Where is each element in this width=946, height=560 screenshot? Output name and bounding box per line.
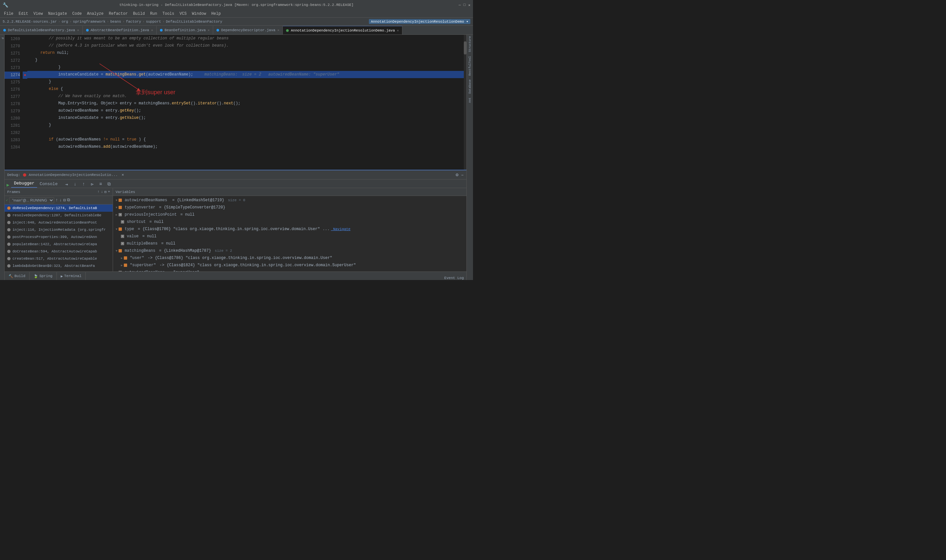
frames-label: Frames xyxy=(7,190,20,194)
menu-code[interactable]: Code xyxy=(69,11,85,17)
frames-add-btn[interactable]: + xyxy=(108,190,110,194)
var-type[interactable]: type = {Class@1786} "class org.xiaoge.th… xyxy=(113,226,467,233)
sidebar-right-ant[interactable]: Ant xyxy=(467,96,473,104)
var-multipleBeans[interactable]: = multipleBeans = null xyxy=(113,240,467,247)
menu-tools[interactable]: Tools xyxy=(160,11,177,17)
breadcrumb-dropdown[interactable]: AnnotationDependencyInjectionResolutionD… xyxy=(369,19,470,24)
tab-close[interactable]: ✕ xyxy=(151,28,153,32)
run-to-cursor-btn[interactable]: ⊳ xyxy=(88,180,96,188)
variables-header: Variables xyxy=(113,188,467,196)
breadcrumb-part[interactable]: support xyxy=(146,20,161,24)
expand-icon[interactable] xyxy=(121,256,123,260)
expand-icon[interactable] xyxy=(116,212,117,217)
tab-abstract-bean[interactable]: AbstractBeanDefinition.java ✕ xyxy=(83,26,157,34)
frames-filter-btn[interactable]: ⊟ xyxy=(105,190,107,194)
tab-close[interactable]: ✕ xyxy=(208,28,210,32)
step-out-btn[interactable]: ↑ xyxy=(80,180,87,188)
expand-icon[interactable] xyxy=(116,205,117,210)
thread-selector[interactable]: "main"@... RUNNING xyxy=(9,197,54,203)
step-over-btn[interactable]: ⇥ xyxy=(63,180,70,188)
frame-item-7[interactable]: createBean:517, AbstractAutowireCapable xyxy=(5,255,112,262)
menu-view[interactable]: View xyxy=(31,11,46,17)
breadcrumb-part[interactable]: factory xyxy=(126,20,141,24)
frames-filter2[interactable]: ⊟ xyxy=(63,198,66,203)
bottom-tab-build[interactable]: 🔨 Build xyxy=(5,272,29,280)
menu-run[interactable]: Run xyxy=(148,11,160,17)
frame-icon xyxy=(7,228,11,231)
menu-build[interactable]: Build xyxy=(130,11,148,17)
menu-help[interactable]: Help xyxy=(209,11,223,17)
expand-icon[interactable] xyxy=(121,263,123,268)
scrollbar-thumb[interactable] xyxy=(464,42,467,54)
event-log[interactable]: Event Log xyxy=(442,276,467,280)
var-superUser-entry[interactable]: "superUser" -> {Class@1824} "class org.x… xyxy=(113,262,467,269)
frame-item-0[interactable]: doResolveDependency:1274, DefaultListaB xyxy=(5,205,112,212)
bottom-tab-terminal[interactable]: ▶ Terminal xyxy=(57,272,86,280)
tab-bean-definition[interactable]: BeanDefinition.java ✕ xyxy=(157,26,213,34)
frames-btn[interactable]: ⧉ xyxy=(105,180,112,188)
frame-item-3[interactable]: inject:116, InjectionMetadata {org.sprin… xyxy=(5,226,112,233)
frames-down-btn[interactable]: ↓ xyxy=(101,190,103,194)
frame-icon xyxy=(7,257,11,260)
frame-item-6[interactable]: doCreateBean:594, AbstractAutowireCapab xyxy=(5,248,112,255)
console-tab[interactable]: Console xyxy=(37,180,60,188)
expand-icon[interactable] xyxy=(116,227,117,231)
debug-go-button[interactable]: ▶ xyxy=(5,182,11,188)
var-matchingBeans[interactable]: matchingBeans = {LinkedHashMap@1787} siz… xyxy=(113,247,467,254)
menu-analyze[interactable]: Analyze xyxy=(85,11,106,17)
close-button[interactable]: ✕ xyxy=(468,3,470,7)
menu-edit[interactable]: Edit xyxy=(16,11,31,17)
var-autowiredBeanNames[interactable]: autowiredBeanNames = {LinkedHashSet@1719… xyxy=(113,197,467,204)
var-autowiredBeanName[interactable]: = autowiredBeanName = "superUser" xyxy=(113,269,467,271)
breadcrumb-part[interactable]: beans xyxy=(110,20,121,24)
breadcrumb-part[interactable]: org xyxy=(62,20,68,24)
var-previousInjectionPoint[interactable]: = previousInjectionPoint = null xyxy=(113,211,467,218)
frame-item-2[interactable]: inject:640, AutowiredAnnotationBeanPost xyxy=(5,219,112,226)
breadcrumb-part[interactable]: springframework xyxy=(73,20,105,24)
navigate-link[interactable]: Navigate xyxy=(331,227,350,231)
menu-refactor[interactable]: Refactor xyxy=(106,11,130,17)
tab-close[interactable]: ✕ xyxy=(277,28,279,32)
var-value[interactable]: = value = null xyxy=(113,233,467,240)
debug-tab-name[interactable]: AnnotationDependencyInjectionResolutio..… xyxy=(29,173,118,177)
evaluate-btn[interactable]: ≡ xyxy=(97,180,104,188)
frames-copy[interactable]: ⧉ xyxy=(67,198,70,203)
debug-settings-icon[interactable]: ⚙ xyxy=(456,172,458,178)
frame-item-4[interactable]: postProcessProperties:399, AutowiredAnn xyxy=(5,233,112,241)
step-into-btn[interactable]: ↓ xyxy=(71,180,79,188)
max-button[interactable]: □ xyxy=(464,3,466,7)
breadcrumb-part[interactable]: DefaultListableBeanFactory xyxy=(166,20,222,24)
tab-dot xyxy=(3,29,6,32)
var-shortcut[interactable]: = shortcut = null xyxy=(113,218,467,226)
bottom-tab-spring[interactable]: 🍃 Spring xyxy=(29,272,57,280)
debug-close-icon[interactable]: ✕ xyxy=(120,172,125,177)
tab-default-listable[interactable]: DefaultListableBeanFactory.java ✕ xyxy=(0,26,83,34)
var-typeConverter[interactable]: typeConverter = {SimpleTypeConverter@172… xyxy=(113,204,467,211)
var-user-entry[interactable]: "user" -> {Class@1786} "class org.xiaoge… xyxy=(113,254,467,262)
expand-icon[interactable] xyxy=(116,248,117,253)
frame-item-8[interactable]: lambda$doGetBean$0:323, AbstractBeanFa xyxy=(5,262,112,269)
debug-minimize-icon[interactable]: – xyxy=(461,172,464,178)
frames-nav-up[interactable]: ↑ xyxy=(55,198,58,203)
sidebar-right-restfultool[interactable]: RestfulTool xyxy=(467,55,473,77)
sidebar-right-structure[interactable]: Structure xyxy=(467,35,473,54)
frame-item-5[interactable]: populateBean:1422, AbstractAutowireCapa xyxy=(5,241,112,248)
menu-file[interactable]: File xyxy=(1,11,16,17)
tab-close[interactable]: ✕ xyxy=(77,28,79,32)
menu-vcs[interactable]: VCS xyxy=(177,11,190,17)
tab-dependency-descriptor[interactable]: DependencyDescriptor.java ✕ xyxy=(213,26,283,34)
breadcrumb-part[interactable]: 5.2.2.RELEASE-sources.jar xyxy=(3,20,57,24)
min-button[interactable]: — xyxy=(459,3,461,7)
menu-window[interactable]: Window xyxy=(189,11,209,17)
editor-scrollbar[interactable] xyxy=(464,35,467,170)
sidebar-right-database[interactable]: Database xyxy=(467,78,473,95)
tab-close[interactable]: ✕ xyxy=(397,29,399,32)
frames-nav-down[interactable]: ↓ xyxy=(59,198,62,203)
expand-icon[interactable] xyxy=(116,198,117,203)
frames-up-btn[interactable]: ↑ xyxy=(97,190,100,194)
tab-annotation-demo[interactable]: AnnotationDependencyInjectionResolutionD… xyxy=(283,26,402,34)
sidebar-icon-project[interactable]: P xyxy=(1,37,4,39)
frame-item-1[interactable]: resolveDependency:1207, DefaultListableB… xyxy=(5,212,112,219)
debugger-tab[interactable]: Debugger xyxy=(11,180,37,188)
menu-navigate[interactable]: Navigate xyxy=(45,11,69,17)
